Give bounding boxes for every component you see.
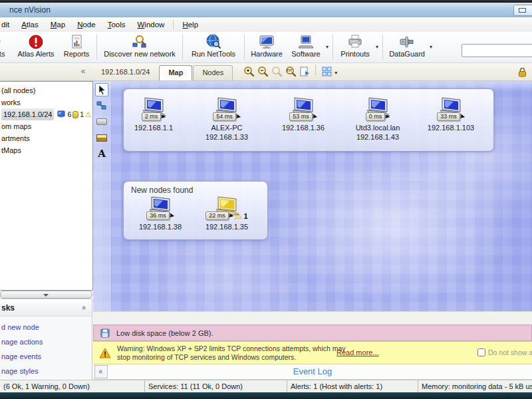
- tree-item-custom-maps[interactable]: om maps: [0, 120, 92, 132]
- events-label: ents: [0, 50, 5, 58]
- hardware-icon: [258, 34, 275, 50]
- reports-button[interactable]: Reports: [59, 32, 94, 63]
- dont-show-checkbox[interactable]: [477, 348, 485, 356]
- printouts-button[interactable]: Printouts: [335, 32, 375, 63]
- map-node[interactable]: .scr{fill:#2438c8}.hl{fill:#7d9bef} 2 ms…: [122, 96, 186, 132]
- node-group-new-nodes[interactable]: New nodes found 36 ms 192.168.1.38: [123, 181, 268, 240]
- discover-network-label: Discover new network: [104, 50, 176, 58]
- tasks-collapse-icon[interactable]: «: [80, 305, 88, 309]
- printouts-dropdown-arrow[interactable]: ▾: [375, 32, 380, 50]
- layout-dropdown-arrow[interactable]: ▾: [334, 67, 338, 76]
- status-bar: (6 Ok, 1 Warning, 0 Down) Services: 11 (…: [0, 380, 532, 392]
- filled-rectangle-tool-button[interactable]: [95, 131, 108, 144]
- add-node-tool-button[interactable]: [95, 99, 108, 112]
- ping-pointer-icon: [161, 114, 166, 120]
- ping-row: 54 ms: [195, 112, 259, 121]
- run-nettools-button[interactable]: Run NetTools: [185, 32, 242, 63]
- warning-text: Warning: Windows XP + SP2 limits TCP con…: [117, 344, 346, 362]
- map-node[interactable]: 0 ms Utd3.local.lan 192.168.1.43: [346, 96, 410, 142]
- tree-item-all-nodes[interactable]: (all nodes): [0, 84, 92, 96]
- node-label: Utd3.local.lan 192.168.1.43: [346, 123, 410, 142]
- tree-item-netmaps[interactable]: tMaps: [0, 144, 92, 156]
- hardware-button[interactable]: Hardware: [247, 32, 287, 63]
- task-add-new-node[interactable]: d new node: [1, 323, 92, 331]
- ping-row: 0 ms: [346, 112, 410, 121]
- menu-map[interactable]: Map: [45, 19, 71, 31]
- node-label: 192.168.1.36: [271, 123, 335, 132]
- tree-item-departments[interactable]: artments: [0, 132, 92, 144]
- dont-show-again[interactable]: Do not show ag: [477, 348, 532, 356]
- task-manage-styles[interactable]: nage styles: [1, 367, 92, 375]
- software-icon: [297, 34, 315, 50]
- rectangle-tool-button[interactable]: [95, 115, 108, 128]
- toolbar-separator: [332, 35, 333, 60]
- taskbar-edge: [0, 392, 532, 399]
- dataguard-dropdown-arrow[interactable]: ▾: [429, 32, 434, 50]
- status-hosts: (6 Ok, 1 Warning, 0 Down): [0, 380, 145, 392]
- minimize-button[interactable]: [513, 5, 532, 16]
- discover-network-button[interactable]: Discover new network: [99, 32, 180, 63]
- map-node[interactable]: 36 ms 192.168.1.38: [128, 196, 192, 231]
- event-log-bar[interactable]: « Event Log: [93, 364, 532, 380]
- menu-node[interactable]: Node: [71, 19, 102, 31]
- read-more-link[interactable]: Read more...: [336, 348, 379, 356]
- dataguard-label: DataGuard: [389, 50, 425, 58]
- network-map-canvas[interactable]: A .scr{fill:#2438c8}.hl{fill:#7d9bef} 2 …: [93, 81, 532, 311]
- node-link-icon: [96, 101, 107, 110]
- dont-show-label: Do not show ag: [488, 348, 532, 356]
- tree-item-networks[interactable]: works: [0, 96, 92, 108]
- tab-nodes[interactable]: Nodes: [193, 65, 233, 80]
- atlas-tree: (all nodes) works 192.168.1.0/24 6 1 ⚠ 1…: [0, 81, 93, 291]
- layout-grid-button[interactable]: [321, 65, 332, 77]
- node-label: 192.168.1.1: [122, 123, 186, 132]
- search-input[interactable]: [462, 44, 532, 57]
- tree-item-label: tMaps: [1, 144, 21, 156]
- panel-splitter[interactable]: [0, 291, 92, 299]
- text-tool-button[interactable]: A: [95, 147, 108, 160]
- zoom-fit-button[interactable]: FIT: [285, 65, 297, 77]
- cursor-icon: [97, 84, 106, 95]
- software-dropdown-arrow[interactable]: ▾: [325, 32, 331, 50]
- menu-tools[interactable]: Tools: [102, 19, 132, 31]
- menu-help[interactable]: Help: [176, 19, 204, 31]
- ping-badge: 33 ms: [437, 112, 460, 121]
- window-title: nce nVision: [9, 5, 51, 15]
- map-node[interactable]: 33 ms 192.168.1.103: [419, 96, 483, 132]
- tree-item-network-selected[interactable]: 192.168.1.0/24 6 1 ⚠ 1: [0, 108, 92, 120]
- zoom-in-button[interactable]: [243, 65, 255, 77]
- text-tool-icon: A: [98, 148, 106, 160]
- dataguard-button[interactable]: DataGuard: [385, 32, 429, 63]
- menu-window[interactable]: Window: [131, 19, 170, 31]
- map-node-warning[interactable]: 22 ms ⚠ 1 192.168.1.35: [195, 196, 259, 231]
- map-toolbar-separator: [315, 65, 316, 75]
- map-node[interactable]: 53 ms 192.168.1.36: [271, 96, 335, 132]
- group-title: New nodes found: [131, 186, 193, 195]
- software-button[interactable]: Software: [287, 32, 325, 63]
- menu-atlas[interactable]: Atlas: [15, 19, 45, 31]
- title-bar[interactable]: nce nVision: [0, 3, 532, 17]
- task-manage-events[interactable]: nage events: [1, 352, 92, 360]
- events-button[interactable]: ents: [0, 32, 13, 63]
- ping-pointer-icon: [236, 114, 241, 120]
- tasks-header[interactable]: sks «: [0, 299, 92, 317]
- tasks-title: sks: [1, 303, 15, 313]
- tab-map[interactable]: Map: [159, 65, 192, 80]
- node-label: 192.168.1.103: [419, 123, 483, 132]
- node-group-main[interactable]: .scr{fill:#2438c8}.hl{fill:#7d9bef} 2 ms…: [123, 88, 494, 152]
- ping-badge: 36 ms: [146, 211, 170, 220]
- select-tool-button[interactable]: [95, 83, 108, 96]
- sidebar-collapse-icon[interactable]: «: [77, 66, 89, 77]
- ping-badge: 2 ms: [142, 112, 162, 121]
- map-horizontal-scrollbar[interactable]: [93, 311, 532, 325]
- lock-map-button[interactable]: [517, 66, 528, 77]
- map-node[interactable]: 54 ms ALEX-PC 192.168.1.33: [195, 96, 259, 142]
- ping-badge: 54 ms: [213, 112, 236, 121]
- map-tool-palette: A: [95, 83, 108, 160]
- export-map-button[interactable]: [299, 65, 311, 77]
- task-manage-actions[interactable]: nage actions: [1, 338, 92, 346]
- menu-edit[interactable]: dit: [0, 19, 15, 31]
- atlas-alerts-button[interactable]: Atlas Alerts: [13, 32, 59, 63]
- toolbar-separator: [244, 35, 245, 60]
- zoom-out-button[interactable]: [257, 65, 269, 77]
- host-warn-count: 1: [80, 108, 84, 120]
